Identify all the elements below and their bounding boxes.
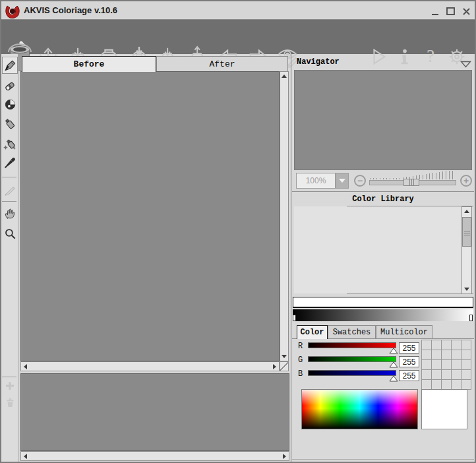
swatch-cell[interactable] (442, 360, 451, 369)
channel-r-slider[interactable] (308, 342, 396, 348)
magnifier-icon (4, 228, 16, 240)
scroll-left-button[interactable] (21, 452, 30, 460)
zoom-slider-thumb[interactable] (403, 179, 419, 186)
panel-splitter[interactable] (291, 54, 291, 462)
secondary-horizontal-scrollbar[interactable] (20, 451, 289, 461)
about-button[interactable] (394, 44, 415, 70)
tab-multicolor[interactable]: Multicolor (376, 325, 432, 339)
tab-swatches-label: Swatches (333, 328, 371, 337)
maximize-button[interactable] (445, 6, 456, 17)
color-library-border (347, 293, 473, 294)
tool-color-pencil[interactable] (2, 57, 18, 74)
swatch-cell[interactable] (461, 380, 471, 389)
canvas-vertical-scrollbar[interactable] (280, 71, 289, 361)
navigator-preview[interactable] (294, 70, 472, 170)
tab-after[interactable]: After (156, 56, 288, 72)
recent-colors-grid[interactable] (421, 340, 471, 390)
zoom-dropdown-button[interactable] (336, 173, 349, 189)
zoom-value-field[interactable] (296, 173, 336, 189)
tube-icon (3, 117, 16, 131)
swatch-cell[interactable] (452, 370, 461, 379)
tool-brush[interactable] (3, 182, 17, 197)
tab-color[interactable]: Color (297, 325, 328, 339)
navigator-collapse-button[interactable] (460, 59, 471, 71)
swatch-cell[interactable] (422, 360, 431, 369)
swatch-cell[interactable] (422, 350, 431, 359)
sphere-icon (4, 98, 16, 111)
swatch-cell[interactable] (422, 370, 431, 379)
swatch-cell[interactable] (432, 370, 441, 379)
swatch-cell[interactable] (442, 350, 451, 359)
swatch-cell[interactable] (461, 340, 471, 350)
scroll-down-button[interactable] (280, 352, 289, 361)
swatch-cell[interactable] (442, 370, 451, 379)
delete-stroke-button[interactable] (3, 395, 17, 410)
scroll-up-button[interactable] (280, 72, 289, 80)
swatch-cell[interactable] (452, 340, 461, 350)
channel-r-value[interactable] (399, 342, 419, 354)
brush-icon (3, 183, 16, 196)
scroll-right-button[interactable] (270, 362, 279, 371)
svg-text:?: ? (427, 47, 434, 66)
swatch-cell[interactable] (461, 350, 471, 359)
swatch-cell[interactable] (422, 340, 431, 350)
tool-eyedropper[interactable] (3, 156, 17, 170)
swatch-cell[interactable] (452, 360, 461, 369)
swatch-cell[interactable] (432, 350, 441, 359)
trash-icon (5, 396, 16, 409)
zoom-out-button[interactable]: − (354, 175, 366, 187)
eraser-icon (3, 80, 16, 93)
channel-r-label: R (298, 342, 303, 351)
channel-b-value[interactable] (399, 370, 419, 381)
gradient-handle-left[interactable] (293, 315, 296, 321)
color-gradient-strip[interactable] (293, 297, 473, 308)
secondary-canvas[interactable] (20, 373, 289, 451)
channel-g-slider[interactable] (308, 356, 396, 362)
close-button[interactable] (461, 6, 472, 17)
swatch-cell[interactable] (452, 350, 461, 359)
scrollbar-thumb[interactable] (462, 217, 471, 247)
run-processing-button[interactable] (368, 44, 389, 70)
tool-hand[interactable] (3, 206, 17, 221)
scrollbar-corner[interactable] (280, 361, 289, 371)
tool-magic-tube[interactable] (3, 137, 17, 151)
tool-zoom[interactable] (3, 226, 17, 241)
add-stroke-button[interactable] (3, 379, 17, 393)
tool-keep-color-pencil[interactable] (3, 79, 17, 94)
tab-before[interactable]: Before (22, 56, 156, 72)
channel-g-value[interactable] (399, 356, 419, 367)
scroll-left-button[interactable] (21, 362, 30, 371)
color-spectrum[interactable] (301, 389, 418, 429)
swatch-cell[interactable] (461, 360, 471, 369)
zoom-in-button[interactable]: + (460, 175, 472, 187)
swatch-cell[interactable] (432, 360, 441, 369)
tool-recolor-sphere[interactable] (3, 97, 17, 111)
brightness-gradient-strip[interactable] (293, 309, 473, 321)
image-canvas[interactable] (20, 71, 280, 361)
scroll-right-button[interactable] (280, 452, 289, 460)
swatch-cell[interactable] (452, 380, 461, 389)
tab-swatches[interactable]: Swatches (328, 325, 376, 339)
channel-r-handle[interactable] (389, 348, 398, 354)
swatch-cell[interactable] (422, 380, 431, 389)
swatch-cell[interactable] (432, 340, 441, 350)
swatch-cell[interactable] (461, 370, 471, 379)
color-library-scrollbar[interactable] (461, 206, 472, 294)
channel-b-handle[interactable] (389, 375, 398, 382)
color-library-list[interactable] (294, 206, 461, 293)
swatch-cell[interactable] (442, 380, 451, 389)
minimize-button[interactable] (430, 6, 441, 17)
scroll-up-button[interactable] (463, 207, 471, 216)
canvas-horizontal-scrollbar[interactable] (20, 361, 280, 371)
current-color-swatch[interactable] (421, 389, 467, 429)
channel-b-slider[interactable] (308, 370, 396, 376)
channel-g-handle[interactable] (389, 361, 398, 368)
scroll-down-button[interactable] (463, 285, 471, 293)
gradient-handle-right[interactable] (469, 315, 473, 321)
tool-divider (2, 177, 16, 177)
help-button[interactable]: ? (420, 44, 441, 70)
akvis-logo-icon (5, 3, 20, 19)
tool-tube[interactable] (3, 117, 17, 131)
swatch-cell[interactable] (442, 340, 451, 350)
swatch-cell[interactable] (432, 380, 441, 389)
